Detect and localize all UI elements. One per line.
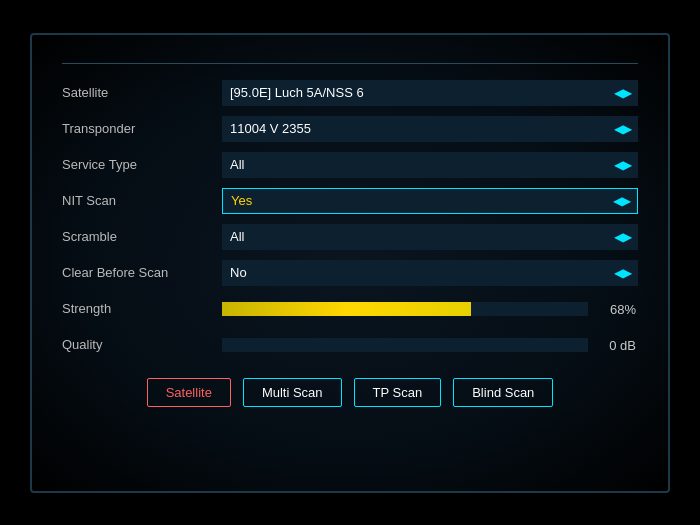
arrow-icon-3: ◀▶ bbox=[613, 195, 631, 207]
bar-percent-0: 68% bbox=[610, 301, 636, 316]
field-label-1: Transponder bbox=[62, 121, 222, 136]
scan-btn-multi-scan[interactable]: Multi Scan bbox=[243, 378, 342, 407]
field-value-1: 11004 V 2355 bbox=[230, 121, 311, 136]
field-value-container-5[interactable]: No◀▶ bbox=[222, 260, 638, 286]
field-value-container-1[interactable]: 11004 V 2355◀▶ bbox=[222, 116, 638, 142]
bar-container-0: 68% bbox=[222, 302, 588, 316]
field-label-3: NIT Scan bbox=[62, 193, 222, 208]
bar-container-1: 0 dB bbox=[222, 338, 588, 352]
field-row-satellite: Satellite[95.0E] Luch 5A/NSS 6◀▶ bbox=[62, 78, 638, 108]
arrow-icon-4: ◀▶ bbox=[614, 231, 632, 243]
field-value-5: No bbox=[230, 265, 247, 280]
bar-percent-1: 0 dB bbox=[609, 337, 636, 352]
field-value-4: All bbox=[230, 229, 244, 244]
field-value-container-0[interactable]: [95.0E] Luch 5A/NSS 6◀▶ bbox=[222, 80, 638, 106]
field-row-transponder: Transponder11004 V 2355◀▶ bbox=[62, 114, 638, 144]
field-label-4: Scramble bbox=[62, 229, 222, 244]
screen-title bbox=[62, 55, 638, 64]
arrow-icon-5: ◀▶ bbox=[614, 267, 632, 279]
arrow-icon-0: ◀▶ bbox=[614, 87, 632, 99]
field-row-scramble: ScrambleAll◀▶ bbox=[62, 222, 638, 252]
scan-btn-tp-scan[interactable]: TP Scan bbox=[354, 378, 442, 407]
field-value-2: All bbox=[230, 157, 244, 172]
field-row-clear-before-scan: Clear Before ScanNo◀▶ bbox=[62, 258, 638, 288]
bottom-buttons: SatelliteMulti ScanTP ScanBlind Scan bbox=[62, 378, 638, 407]
field-value-container-2[interactable]: All◀▶ bbox=[222, 152, 638, 178]
bar-fill-0 bbox=[222, 302, 471, 316]
satellite-search-screen: Satellite[95.0E] Luch 5A/NSS 6◀▶Transpon… bbox=[30, 33, 670, 493]
field-value-0: [95.0E] Luch 5A/NSS 6 bbox=[230, 85, 364, 100]
scan-btn-blind-scan[interactable]: Blind Scan bbox=[453, 378, 553, 407]
field-label-0: Satellite bbox=[62, 85, 222, 100]
bar-label-1: Quality bbox=[62, 337, 222, 352]
field-row-service-type: Service TypeAll◀▶ bbox=[62, 150, 638, 180]
field-value-container-3[interactable]: Yes◀▶ bbox=[222, 188, 638, 214]
bar-label-0: Strength bbox=[62, 301, 222, 316]
field-row-nit-scan: NIT ScanYes◀▶ bbox=[62, 186, 638, 216]
field-label-2: Service Type bbox=[62, 157, 222, 172]
arrow-icon-1: ◀▶ bbox=[614, 123, 632, 135]
field-value-container-4[interactable]: All◀▶ bbox=[222, 224, 638, 250]
bar-row-quality: Quality0 dB bbox=[62, 330, 638, 360]
bar-row-strength: Strength68% bbox=[62, 294, 638, 324]
arrow-icon-2: ◀▶ bbox=[614, 159, 632, 171]
field-label-5: Clear Before Scan bbox=[62, 265, 222, 280]
scan-btn-satellite[interactable]: Satellite bbox=[147, 378, 231, 407]
field-value-3: Yes bbox=[231, 193, 252, 208]
